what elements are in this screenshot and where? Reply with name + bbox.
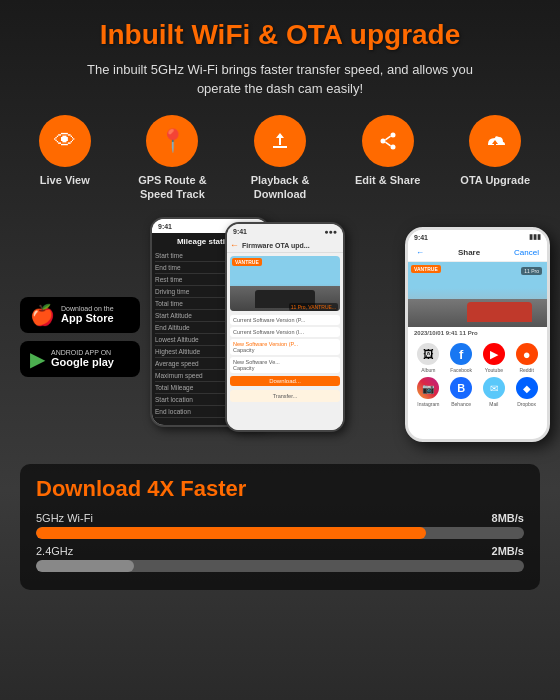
feature-ota: OTA Upgrade: [450, 115, 540, 202]
dropbox-label: Dropbox: [517, 401, 536, 407]
new-version-row2: New Software Ve... Capacity: [230, 357, 340, 373]
youtube-icon: ▶: [483, 343, 505, 365]
svg-point-2: [390, 144, 395, 149]
ota-icon: [469, 115, 521, 167]
album-icon: 🖼: [417, 343, 439, 365]
mail-label: Mail: [489, 401, 498, 407]
behance-label: Behance: [451, 401, 471, 407]
phone3-time: 9:41: [414, 234, 428, 241]
wifi-24ghz-fill: [36, 560, 134, 572]
features-row: 👁 Live View 📍 GPS Route & Speed Track Pl…: [20, 115, 540, 202]
live-view-icon: 👁: [39, 115, 91, 167]
edit-share-icon: [362, 115, 414, 167]
share-image-preview: VANTRUE 11 Pro: [408, 262, 547, 327]
ota-title: Firmware OTA upd...: [242, 242, 310, 249]
feature-live-view: 👁 Live View: [20, 115, 110, 202]
wifi-24ghz-label: 2.4GHz: [36, 545, 73, 557]
share-title: Share: [458, 248, 480, 257]
share-reddit[interactable]: ● Reddit: [512, 343, 541, 373]
ota-download-button[interactable]: Download...: [230, 376, 340, 386]
feature-edit-share: Edit & Share: [343, 115, 433, 202]
store-buttons: 🍎 Download on the App Store ▶ ANDROID AP…: [20, 217, 140, 447]
feature-gps-route: 📍 GPS Route & Speed Track: [128, 115, 218, 202]
share-behance[interactable]: B Behance: [447, 377, 476, 407]
instagram-label: Instagram: [417, 401, 439, 407]
google-play-button[interactable]: ▶ ANDROID APP ON Google play: [20, 341, 140, 377]
capacity-label2: Capacity: [233, 365, 254, 371]
vantrue-logo-share: VANTRUE: [411, 265, 441, 273]
phone-share: 9:41 ▮▮▮ ← Share Cancel VANTRUE: [405, 227, 550, 442]
speed-4x-highlight: 4X: [147, 476, 174, 501]
speed-title-prefix: Download: [36, 476, 147, 501]
wifi-24ghz-value: 2MB/s: [492, 545, 524, 557]
gps-route-icon: 📍: [146, 115, 198, 167]
playback-icon: [254, 115, 306, 167]
share-dropbox[interactable]: ◆ Dropbox: [512, 377, 541, 407]
speed-bar-5ghz: 5GHz Wi-Fi 8MB/s: [36, 512, 524, 539]
share-icons-row2: 📷 Instagram B Behance ✉ Mail ◆: [408, 377, 547, 411]
wifi-5ghz-fill: [36, 527, 426, 539]
share-camera-label: 11 Pro: [521, 267, 542, 275]
instagram-icon: 📷: [417, 377, 439, 399]
speed-section: Download 4X Faster 5GHz Wi-Fi 8MB/s 2.4G…: [20, 464, 540, 590]
wifi-24ghz-track: [36, 560, 524, 572]
gps-route-label: GPS Route & Speed Track: [128, 173, 218, 202]
current-version-row1: Current Software Version (P...: [230, 315, 340, 325]
behance-icon: B: [450, 377, 472, 399]
main-content: Inbuilt WiFi & OTA upgrade The inbuilt 5…: [0, 0, 560, 600]
new-version-row1: New Software Version (P... Capacity: [230, 339, 340, 355]
svg-point-1: [380, 138, 385, 143]
share-mail[interactable]: ✉ Mail: [480, 377, 509, 407]
car-in-share: [467, 302, 532, 322]
back-arrow-icon: ←: [230, 240, 239, 250]
phone2-status-bar: 9:41●●●: [227, 224, 343, 238]
ota-transfer-section: Transfer...: [230, 390, 340, 402]
app-store-name: App Store: [61, 312, 114, 325]
edit-share-label: Edit & Share: [355, 173, 420, 187]
share-icons-row1: 🖼 Album f Facebook ▶ Youtube ●: [408, 339, 547, 377]
reddit-icon: ●: [516, 343, 538, 365]
mail-icon: ✉: [483, 377, 505, 399]
current-version-row2: Current Software Version (I...: [230, 327, 340, 337]
google-play-icon: ▶: [30, 347, 45, 371]
speed-title: Download 4X Faster: [36, 476, 524, 502]
phone3-status-bar: 9:41 ▮▮▮: [408, 230, 547, 244]
wifi-5ghz-label: 5GHz Wi-Fi: [36, 512, 93, 524]
share-back-icon: ←: [416, 248, 424, 257]
live-view-label: Live View: [40, 173, 90, 187]
facebook-label: Facebook: [450, 367, 472, 373]
feature-playback: Playback & Download: [235, 115, 325, 202]
speed-bar-24ghz: 2.4GHz 2MB/s: [36, 545, 524, 572]
youtube-label: Youtube: [485, 367, 503, 373]
share-date: 2023/10/01 9:41 11 Pro: [408, 327, 547, 339]
playback-label: Playback & Download: [235, 173, 325, 202]
share-album: 🖼 Album: [414, 343, 443, 373]
phone-ota: 9:41●●● ← Firmware OTA upd... VANTRUE 11…: [225, 222, 345, 432]
svg-line-4: [385, 142, 390, 146]
ota-header: ← Firmware OTA upd...: [227, 238, 343, 253]
main-title: Inbuilt WiFi & OTA upgrade: [100, 18, 461, 52]
wifi-5ghz-track: [36, 527, 524, 539]
svg-line-3: [385, 136, 390, 140]
svg-point-0: [390, 132, 395, 137]
google-play-name: Google play: [51, 356, 114, 369]
vantrue-logo: VANTRUE: [232, 258, 262, 266]
google-play-sub: ANDROID APP ON: [51, 349, 114, 356]
facebook-icon: f: [450, 343, 472, 365]
share-instagram[interactable]: 📷 Instagram: [414, 377, 443, 407]
share-cancel-button[interactable]: Cancel: [514, 248, 539, 257]
ota-car-image: VANTRUE 11 Pro, VANTRUE...: [230, 256, 340, 311]
phones-stack: 9:41●●● Mileage statistics Start time 20…: [150, 217, 540, 447]
capacity-label: Capacity: [233, 347, 254, 353]
share-header: ← Share Cancel: [408, 244, 547, 262]
apple-icon: 🍎: [30, 303, 55, 327]
album-label: Album: [421, 367, 435, 373]
share-youtube[interactable]: ▶ Youtube: [480, 343, 509, 373]
dropbox-icon: ◆: [516, 377, 538, 399]
reddit-label: Reddit: [519, 367, 533, 373]
ota-label: OTA Upgrade: [460, 173, 530, 187]
share-facebook[interactable]: f Facebook: [447, 343, 476, 373]
speed-title-suffix: Faster: [174, 476, 246, 501]
app-store-button[interactable]: 🍎 Download on the App Store: [20, 297, 140, 333]
car-label: 11 Pro, VANTRUE...: [289, 303, 338, 311]
